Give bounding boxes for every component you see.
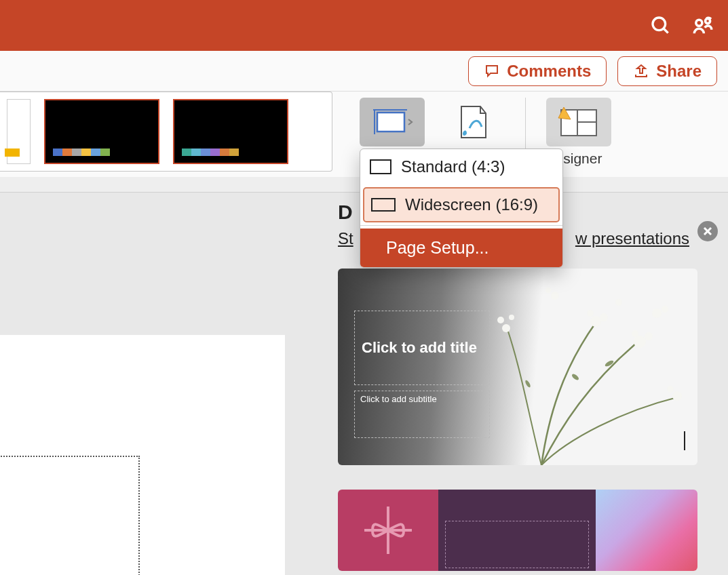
dropdown-item-page-setup[interactable]: Page Setup...	[360, 229, 562, 267]
svg-rect-4	[377, 113, 404, 132]
action-bar: Comments Share	[0, 51, 728, 92]
bow-icon	[364, 507, 412, 554]
comments-button[interactable]: Comments	[468, 56, 607, 86]
svg-point-3	[706, 18, 710, 23]
search-icon[interactable]	[649, 14, 672, 37]
svg-point-13	[600, 313, 608, 321]
theme-gallery[interactable]	[0, 92, 332, 172]
design-suggestion-1[interactable]: Click to add title Click to add subtitle	[338, 269, 697, 465]
svg-point-27	[662, 306, 668, 313]
text-cursor	[684, 431, 685, 450]
svg-point-25	[615, 299, 622, 306]
format-background-icon	[440, 98, 505, 146]
placeholder-box[interactable]	[0, 456, 140, 575]
slide-size-icon	[360, 98, 425, 146]
comments-label: Comments	[507, 62, 591, 81]
design-suggestion-2[interactable]	[338, 490, 697, 571]
svg-point-0	[653, 18, 666, 31]
svg-point-30	[524, 380, 531, 389]
design2-mid-panel	[438, 490, 596, 571]
svg-point-18	[502, 324, 510, 332]
svg-point-2	[696, 20, 702, 26]
svg-line-1	[664, 28, 668, 33]
designer-icon	[546, 98, 611, 146]
dropdown-separator	[360, 225, 562, 226]
aspect-4-3-icon	[370, 159, 391, 174]
designer-panel-link-suffix[interactable]: w presentations	[575, 229, 689, 248]
svg-point-19	[497, 317, 504, 323]
share-label: Share	[656, 62, 702, 81]
svg-point-21	[672, 391, 682, 401]
designer-panel-link-prefix[interactable]: St	[338, 229, 353, 248]
design1-title-placeholder: Click to add title	[354, 311, 490, 385]
title-bar	[0, 0, 728, 51]
design1-subtitle-placeholder: Click to add subtitle	[354, 391, 490, 438]
theme-thumb-2[interactable]	[44, 99, 159, 164]
slide-size-dropdown: Standard (4:3) Widescreen (16:9) Page Se…	[360, 148, 563, 268]
svg-point-17	[632, 330, 638, 337]
svg-point-14	[587, 310, 594, 317]
design2-placeholder-box	[445, 521, 589, 568]
svg-point-12	[590, 316, 601, 327]
slide-size-button[interactable]	[360, 98, 425, 146]
close-panel-button[interactable]	[697, 221, 718, 241]
share-button[interactable]: Share	[617, 56, 717, 86]
svg-point-15	[634, 336, 646, 348]
svg-point-24	[545, 288, 551, 293]
svg-point-28	[571, 373, 579, 381]
format-background-button[interactable]	[440, 98, 505, 146]
svg-point-29	[604, 359, 614, 368]
dropdown-item-widescreen[interactable]: Widescreen (16:9)	[363, 187, 560, 222]
design2-right-panel	[596, 490, 697, 571]
aspect-16-9-icon	[371, 198, 396, 212]
theme-thumb-1[interactable]	[7, 99, 31, 164]
svg-point-23	[551, 292, 559, 300]
page-setup-label: Page Setup...	[386, 238, 489, 258]
dropdown-item-standard[interactable]: Standard (4:3)	[360, 149, 562, 184]
standard-label: Standard (4:3)	[401, 157, 505, 176]
theme-thumb-3[interactable]	[173, 99, 288, 164]
presence-share-icon[interactable]	[691, 14, 714, 37]
widescreen-label: Widescreen (16:9)	[405, 195, 538, 214]
svg-point-22	[667, 386, 674, 393]
design2-left-panel	[338, 490, 438, 571]
svg-point-16	[645, 332, 653, 340]
svg-point-26	[652, 309, 662, 318]
svg-point-20	[509, 315, 514, 320]
